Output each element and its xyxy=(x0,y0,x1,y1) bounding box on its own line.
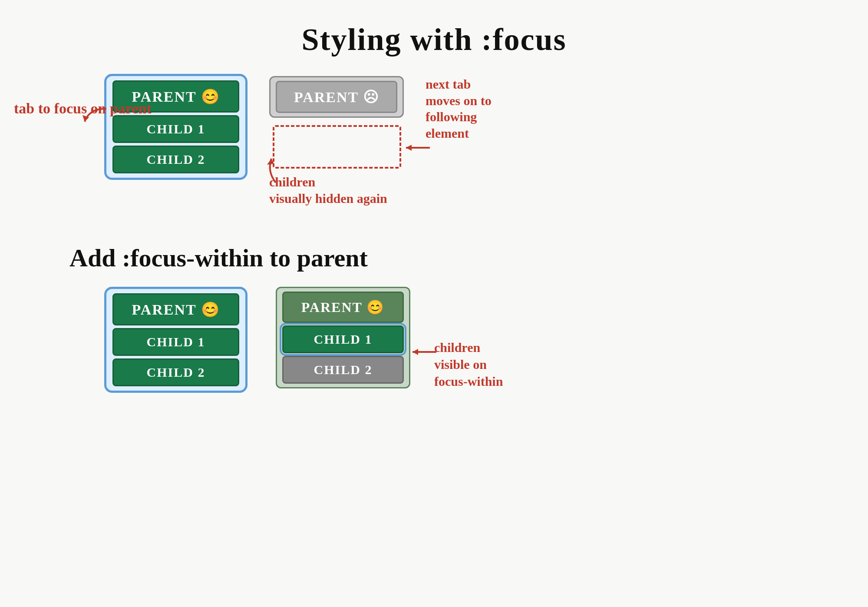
bottom-left-parent: PARENT 😊 xyxy=(112,293,239,325)
bottom-right-parent: PARENT 😊 xyxy=(282,292,404,323)
svg-marker-5 xyxy=(413,349,418,355)
top-right-parent: PARENT ☹ xyxy=(276,81,397,113)
top-left-child1: CHILD 1 xyxy=(112,115,239,143)
top-right-component: PARENT ☹ xyxy=(269,76,404,118)
children-visible-arrow xyxy=(410,345,441,358)
bottom-right-component: PARENT 😊 CHILD 1 CHILD 2 xyxy=(276,287,410,388)
next-tab-arrow xyxy=(404,141,434,154)
top-right-dashed xyxy=(273,125,401,169)
bottom-left-component: PARENT 😊 CHILD 1 CHILD 2 xyxy=(104,287,248,393)
children-hidden-arrow xyxy=(263,154,289,185)
svg-marker-2 xyxy=(406,145,412,151)
bottom-right-child1: CHILD 1 xyxy=(282,325,404,353)
bottom-left-child2: CHILD 2 xyxy=(112,358,239,386)
bottom-left-child1: CHILD 1 xyxy=(112,328,239,356)
bottom-right-annotation: childrenvisible onfocus-within xyxy=(434,339,503,390)
top-left-component: PARENT 😊 CHILD 1 CHILD 2 xyxy=(104,74,248,180)
tab-focus-arrow xyxy=(80,104,115,130)
canvas: Styling with :focus PARENT 😊 CHILD 1 CHI… xyxy=(0,0,868,607)
top-right-annotation1: next tabmoves on tofollowingelement xyxy=(426,76,492,141)
main-title: Styling with :focus xyxy=(301,22,566,58)
top-left-child2: CHILD 2 xyxy=(112,146,239,173)
section-title: Add :focus-within to parent xyxy=(69,243,368,272)
bottom-right-child2: CHILD 2 xyxy=(282,356,404,384)
